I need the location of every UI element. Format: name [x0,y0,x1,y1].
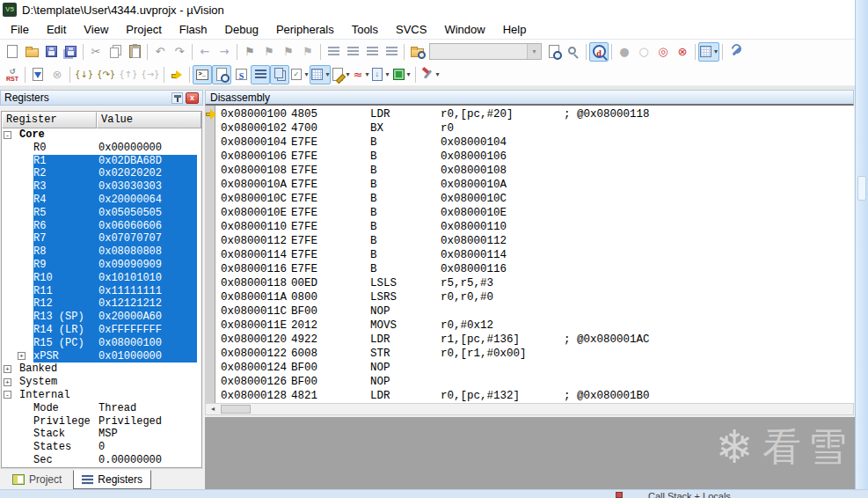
chevron-down-icon[interactable]: ▾ [304,70,308,78]
window-vscrollbar[interactable] [855,0,868,498]
register-row-banked[interactable]: +Banked [2,363,201,376]
disasm-line-0x08000122[interactable]: 0x080001226008STRr0,[r1,#0x00] [205,347,854,361]
menu-item-project[interactable]: Project [117,20,170,39]
disasm-line-0x08000126[interactable]: 0x08000126BF00NOP [205,375,854,389]
open-file-icon[interactable] [22,42,41,62]
pin-icon[interactable] [171,92,183,104]
cut-icon[interactable]: ✂ [86,42,106,62]
register-row-internal[interactable]: -Internal [2,389,201,402]
watch-window-icon[interactable]: ▾ [289,65,310,84]
trace-window-icon[interactable]: ▾ [370,65,390,84]
chevron-down-icon[interactable]: ▾ [407,70,411,78]
column-header-value[interactable]: Value [97,112,201,128]
step-over-icon[interactable]: {↷} [95,65,117,84]
menu-item-flash[interactable]: Flash [171,20,216,39]
expand-toggle-icon[interactable]: + [4,378,11,386]
menu-item-tools[interactable]: Tools [343,20,387,39]
scroll-left-icon[interactable]: ◂ [207,404,219,414]
debug-toolbox-icon[interactable]: ▾ [419,65,441,84]
tab-project[interactable]: Project [4,470,70,489]
disable-all-breakpoints-icon[interactable]: ◎ [653,42,673,62]
register-row-r9[interactable]: R90x09090909 [2,259,201,272]
step-icon[interactable]: {↓} [73,65,95,84]
memory-window-icon[interactable]: ▾ [310,65,331,84]
column-header-register[interactable]: Register [2,112,97,128]
disasm-line-0x0800011A[interactable]: 0x0800011A0800LSRSr0,r0,#0 [205,290,854,304]
register-row-r1[interactable]: R10x02DBA68D [2,155,201,168]
register-row-core[interactable]: -Core [2,128,201,142]
register-row-r2[interactable]: R20x02020202 [2,167,201,180]
reset-cpu-icon[interactable]: ↺RST [3,65,22,84]
register-row-r3[interactable]: R30x03030303 [2,180,201,194]
hscrollbar-thumb[interactable] [221,405,251,414]
disasm-line-0x08000104[interactable]: 0x08000104E7FEB0x08000104 [205,135,854,150]
copy-icon[interactable] [106,42,125,62]
serial-window-icon[interactable]: ▾ [331,65,351,84]
find-next-icon[interactable] [544,42,564,62]
disasm-line-0x08000106[interactable]: 0x08000106E7FEB0x08000106 [205,150,854,164]
disassembly-window-icon[interactable] [212,65,231,84]
disasm-line-0x08000128[interactable]: 0x080001284821LDRr0,[pc,#132]; @0x080001… [205,389,854,403]
disasm-line-0x08000114[interactable]: 0x08000114E7FEB0x08000114 [205,248,854,262]
kill-all-breakpoints-icon[interactable]: ⊗ [673,42,692,62]
menu-item-file[interactable]: File [2,20,38,39]
expand-toggle-icon[interactable]: - [4,131,11,139]
stop-icon[interactable]: ⊗ [47,65,67,84]
goto-next-bookmark-icon[interactable]: ⚑ [259,42,279,62]
menu-item-help[interactable]: Help [494,20,536,39]
register-row-r8[interactable]: R80x08080808 [2,245,201,259]
menu-item-svcs[interactable]: SVCS [387,20,435,39]
chevron-down-icon[interactable]: ▾ [346,70,349,78]
show-current-statement-icon[interactable] [167,65,186,84]
disasm-line-0x0800010C[interactable]: 0x0800010CE7FEB0x0800010C [205,192,854,206]
registers-window-icon[interactable] [251,65,270,84]
undo-icon[interactable]: ↶ [150,42,170,62]
expand-toggle-icon[interactable]: - [4,391,11,399]
menu-item-debug[interactable]: Debug [216,20,267,39]
disasm-line-0x08000108[interactable]: 0x08000108E7FEB0x08000108 [205,164,854,178]
search-combobox[interactable]: ▾ [429,43,542,60]
menu-item-window[interactable]: Window [435,20,493,39]
tab-registers[interactable]: Registers [73,470,151,489]
analysis-window-icon[interactable]: ≈▾ [351,65,370,84]
disasm-line-0x08000110[interactable]: 0x08000110E7FEB0x08000110 [205,220,854,234]
disasm-line-0x08000118[interactable]: 0x0800011800EDLSLSr5,r5,#3 [205,276,854,290]
symbol-window-icon[interactable] [231,65,251,84]
find-in-files-icon[interactable] [407,42,427,62]
chevron-down-icon[interactable]: ▾ [714,48,718,55]
configure-target-icon[interactable] [726,42,745,62]
disasm-line-0x0800011C[interactable]: 0x0800011CBF00NOP [205,304,854,319]
register-row-mode[interactable]: ModeThread [2,402,201,415]
register-row-r15-pc-[interactable]: R15 (PC)0x08000100 [2,337,201,350]
chevron-down-icon[interactable]: ▾ [365,70,368,78]
vscrollbar-thumb[interactable] [857,176,866,201]
register-row-r4[interactable]: R40x20000064 [2,194,201,207]
register-row-r11[interactable]: R110x11111111 [2,285,201,298]
navigate-back-icon[interactable]: ← [195,42,215,62]
goto-prev-bookmark-icon[interactable]: ⚑ [279,42,298,62]
register-row-r6[interactable]: R60x06060606 [2,220,201,233]
command-window-icon[interactable] [193,65,212,84]
disasm-line-0x08000100[interactable]: 0x080001004805LDRr0,[pc,#20]; @0x0800011… [205,107,854,121]
run-icon[interactable] [28,65,47,84]
register-row-r0[interactable]: R00x00000000 [2,142,201,155]
insert-breakpoint-icon[interactable]: ● [615,42,634,62]
clear-bookmarks-icon[interactable]: ⚑ [298,42,317,62]
disasm-line-0x08000116[interactable]: 0x08000116E7FEB0x08000116 [205,262,854,276]
run-to-cursor-icon[interactable]: {→} [139,65,161,84]
register-row-r14-lr-[interactable]: R14 (LR)0xFFFFFFFF [2,324,201,337]
menu-item-peripherals[interactable]: Peripherals [267,20,343,39]
disasm-line-0x0800010E[interactable]: 0x0800010EE7FEB0x0800010E [205,206,854,220]
disasm-line-0x0800011E[interactable]: 0x0800011E2012MOVSr0,#0x12 [205,319,854,333]
menu-item-edit[interactable]: Edit [38,20,75,39]
register-row-r5[interactable]: R50x05050505 [2,207,201,220]
expand-toggle-icon[interactable]: + [4,365,11,373]
chevron-down-icon[interactable]: ▾ [385,70,389,78]
register-row-states[interactable]: States0 [2,441,201,454]
register-row-r13-sp-[interactable]: R13 (SP)0x20000A60 [2,311,201,324]
register-row-system[interactable]: +System [2,376,201,389]
register-row-r7[interactable]: R70x07070707 [2,232,201,245]
chevron-down-icon[interactable]: ▾ [436,70,440,78]
chevron-down-icon[interactable]: ▾ [325,70,329,78]
uncomment-selection-icon[interactable] [382,42,401,62]
